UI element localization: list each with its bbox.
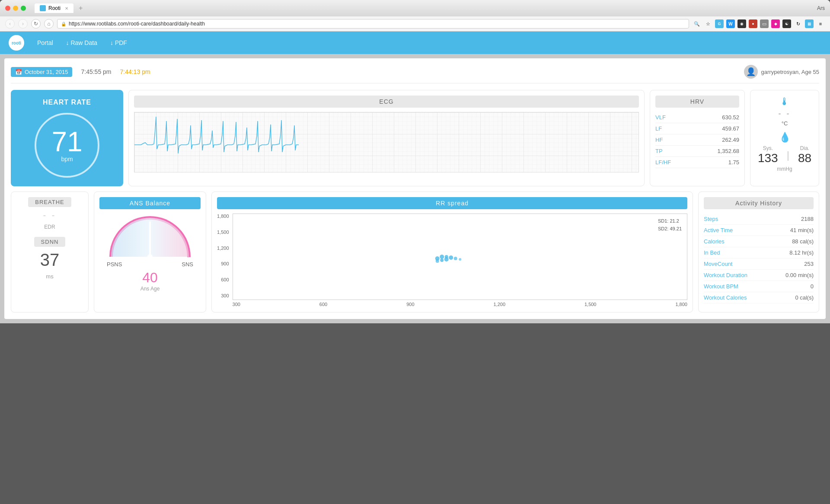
activity-row-value: 0	[811, 283, 814, 290]
activity-row-label: MoveCount	[704, 261, 732, 267]
rr-y-label: 600	[217, 277, 229, 282]
toolbar-extensions: 🔍 ☆ G W ◉ ● ▭ ◆ ☯ ↻ ▦ ≡	[693, 19, 825, 28]
hrv-row-value: 630.52	[722, 114, 739, 121]
ext-9[interactable]: ▦	[805, 19, 814, 28]
ext-8[interactable]: ↻	[794, 19, 802, 28]
sd1-value: 21.2	[670, 218, 679, 223]
rr-x-label: 600	[319, 302, 327, 307]
new-tab-icon[interactable]: +	[79, 4, 83, 12]
close-button[interactable]	[5, 6, 10, 11]
ans-dial: PSNS SNS 40 Ans Age	[99, 214, 201, 292]
search-icon[interactable]: 🔍	[693, 19, 701, 28]
activity-row-value: 0 cal(s)	[795, 294, 814, 301]
ext-6[interactable]: ◆	[771, 19, 780, 28]
security-icon: 🔒	[61, 22, 66, 26]
ext-2[interactable]: W	[726, 19, 735, 28]
sd2-label: SD2:	[658, 226, 668, 231]
rr-y-label: 300	[217, 293, 229, 298]
svg-point-6	[440, 255, 444, 259]
date-text: October 31, 2015	[25, 69, 68, 75]
hrv-row: LF459.67	[655, 123, 739, 134]
browser-toolbar: ‹ › ↻ ⌂ 🔒 https://www.rootilabs.com/root…	[0, 16, 830, 32]
url-text: https://www.rootilabs.com/rooti-care/das…	[69, 21, 205, 27]
rr-x-label: 1,500	[584, 302, 597, 307]
activity-row-value: 41 min(s)	[790, 227, 814, 233]
app-logo: rooti	[9, 35, 24, 51]
activity-row-label: Steps	[704, 216, 718, 222]
reload-button[interactable]: ↻	[31, 19, 41, 29]
ext-5[interactable]: ▭	[760, 19, 769, 28]
ecg-title: ECG	[134, 96, 639, 108]
bookmark-icon[interactable]: ☆	[704, 19, 712, 28]
rr-x-label: 1,200	[493, 302, 505, 307]
back-button[interactable]: ‹	[5, 19, 15, 29]
browser-tab[interactable]: Rooti ✕	[35, 3, 73, 13]
heart-rate-title: HEART RATE	[43, 99, 91, 106]
ext-3[interactable]: ◉	[737, 19, 746, 28]
main-grid-row1: HEART RATE 71 bpm ECG	[11, 90, 819, 186]
activity-row: Calories88 cal(s)	[704, 236, 814, 247]
home-button[interactable]: ⌂	[44, 19, 54, 29]
nav-portal[interactable]: Portal	[37, 39, 53, 46]
activity-row-label: In Bed	[704, 249, 720, 256]
hrv-row: TP1,352.68	[655, 146, 739, 157]
ans-age-value: 40	[140, 270, 160, 286]
fullscreen-button[interactable]	[21, 6, 26, 11]
rr-y-label: 1,500	[217, 230, 229, 235]
datetime-bar: 📅 October 31, 2015 7:45:55 pm 7:44:13 pm…	[11, 65, 819, 83]
hrv-row: HF262.49	[655, 134, 739, 146]
activity-row: Workout Calories0 cal(s)	[704, 292, 814, 303]
svg-point-10	[453, 257, 457, 260]
bp-unit: mmHg	[777, 166, 792, 172]
rr-card: RR spread 1,8001,5001,200900600300 SD1: …	[211, 191, 693, 313]
ans-title: ANS Balance	[99, 197, 201, 209]
activity-row-value: 8.12 hr(s)	[789, 249, 814, 256]
time-link[interactable]: 7:44:13 pm	[120, 68, 150, 75]
breathe-title: BREATHE	[28, 197, 71, 207]
ext-4[interactable]: ●	[749, 19, 757, 28]
activity-row: Workout Duration0.00 min(s)	[704, 270, 814, 281]
svg-point-11	[435, 259, 439, 263]
activity-title: Activity History	[704, 197, 814, 209]
rr-y-label: 1,800	[217, 214, 229, 219]
heart-rate-circle: 71 bpm	[35, 113, 99, 178]
sns-label: SNS	[182, 261, 193, 268]
svg-point-8	[449, 255, 453, 260]
nav-pdf[interactable]: ↓ PDF	[110, 39, 127, 46]
svg-point-13	[459, 258, 461, 261]
activity-row-label: Workout BPM	[704, 283, 738, 290]
user-info: 👤 garrypetrosyan, Age 55	[744, 65, 819, 79]
edr-label: EDR	[44, 224, 55, 230]
rr-chart-container: SD1: 21.2 SD2: 49.21	[233, 214, 687, 307]
ext-7[interactable]: ☯	[782, 19, 791, 28]
ecg-card: ECG	[128, 90, 645, 186]
rr-x-label: 300	[233, 302, 240, 307]
tab-close-icon[interactable]: ✕	[65, 6, 68, 11]
logo-circle: rooti	[9, 35, 24, 51]
current-time: 7:45:55 pm	[81, 68, 111, 75]
ecg-svg	[134, 112, 638, 172]
menu-icon[interactable]: ≡	[816, 19, 825, 28]
svg-point-12	[444, 255, 448, 258]
heart-rate-card: HEART RATE 71 bpm	[11, 90, 123, 186]
app-header: rooti Portal ↓ Raw Data ↓ PDF	[0, 32, 830, 54]
sys-value: 133	[758, 151, 778, 165]
sdnn-title: SDNN	[34, 237, 66, 247]
date-badge[interactable]: 📅 October 31, 2015	[11, 67, 72, 77]
hrv-row-value: 459.67	[722, 125, 739, 132]
dashboard: 📅 October 31, 2015 7:45:55 pm 7:44:13 pm…	[4, 58, 826, 319]
forward-button[interactable]: ›	[18, 19, 28, 29]
hrv-row-label: LF/HF	[655, 159, 671, 166]
minimize-button[interactable]	[13, 6, 18, 11]
address-bar[interactable]: 🔒 https://www.rootilabs.com/rooti-care/d…	[57, 19, 689, 29]
dia-value: 88	[798, 151, 811, 165]
diastolic-col: Dia. 88	[798, 145, 811, 165]
activity-row-value: 2188	[801, 216, 814, 222]
rr-title: RR spread	[217, 197, 687, 209]
ans-age-label: Ans Age	[140, 286, 160, 292]
bp-divider: |	[787, 149, 789, 161]
nav-raw-data[interactable]: ↓ Raw Data	[66, 39, 97, 46]
activity-row: MoveCount253	[704, 258, 814, 270]
hrv-row-label: HF	[655, 137, 663, 143]
ext-1[interactable]: G	[715, 19, 724, 28]
